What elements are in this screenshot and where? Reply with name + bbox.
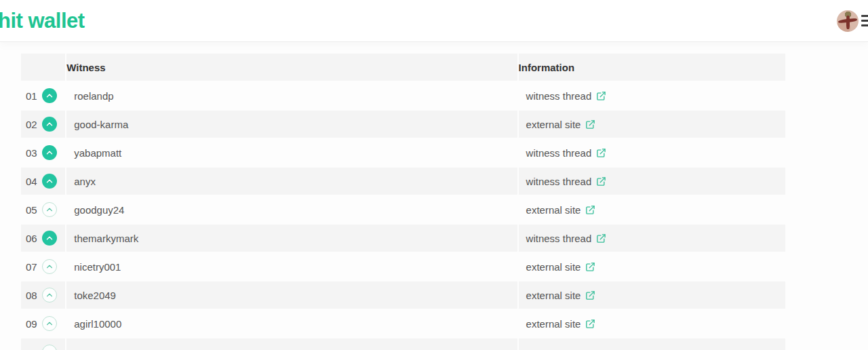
chevron-up-icon <box>45 92 54 100</box>
rank-cell: 06 <box>21 231 65 246</box>
vote-chevron-button[interactable] <box>42 259 57 274</box>
top-nav: hit wallet <box>0 0 868 42</box>
witness-info-link[interactable]: external site <box>526 318 596 330</box>
witness-row <box>21 338 785 350</box>
external-link-icon <box>585 262 595 272</box>
vote-chevron-button[interactable] <box>42 345 57 350</box>
witness-name-link[interactable]: themarkymark <box>74 233 138 244</box>
witness-row: 08 toke2049 external site <box>21 281 785 309</box>
witness-info-link[interactable]: witness thread <box>526 90 607 102</box>
witness-row: 06 themarkymark witness thread <box>21 225 785 252</box>
rank-cell: 08 <box>21 288 65 303</box>
vote-chevron-button[interactable] <box>42 202 57 217</box>
rank-cell: 03 <box>21 145 65 160</box>
witness-row: 02 good-karma external site <box>21 111 785 138</box>
wallet-page: hit wallet Witness Information 01 <box>0 0 868 350</box>
witness-info-link[interactable]: external site <box>526 204 596 216</box>
external-link-icon <box>585 290 595 300</box>
witness-name-link[interactable]: nicetry001 <box>74 261 121 273</box>
vote-chevron-button[interactable] <box>42 316 57 331</box>
rank-cell: 07 <box>21 259 65 274</box>
witness-row: 05 goodguy24 external site <box>21 196 785 223</box>
witness-name-link[interactable]: anyx <box>74 176 96 187</box>
chevron-up-icon <box>45 206 54 214</box>
chevron-up-icon <box>45 149 54 157</box>
row-number: 08 <box>26 290 38 301</box>
chevron-up-icon <box>45 291 54 299</box>
chevron-up-icon <box>45 177 54 185</box>
external-link-icon <box>585 319 595 329</box>
external-link-icon <box>585 205 595 215</box>
rank-cell: 05 <box>21 202 65 217</box>
info-link-label: external site <box>526 204 581 216</box>
vote-chevron-button[interactable] <box>42 288 57 303</box>
info-link-label: witness thread <box>526 147 592 159</box>
vote-chevron-button[interactable] <box>42 174 57 189</box>
row-number: 02 <box>26 119 38 130</box>
witness-info-link[interactable]: witness thread <box>526 233 607 244</box>
vote-chevron-button[interactable] <box>42 88 57 103</box>
external-link-icon <box>596 91 606 101</box>
external-link-icon <box>585 119 595 130</box>
row-number: 03 <box>26 147 38 159</box>
row-number: 09 <box>26 318 38 330</box>
witness-row: 07 nicetry001 external site <box>21 253 785 280</box>
witness-name-link[interactable]: good-karma <box>74 119 128 130</box>
external-link-icon <box>596 233 606 244</box>
chevron-up-icon <box>45 262 54 271</box>
info-link-label: external site <box>526 119 581 130</box>
witness-info-link[interactable]: external site <box>526 119 596 130</box>
witness-column-header: Witness <box>66 54 517 81</box>
vote-chevron-button[interactable] <box>42 117 57 132</box>
rank-cell: 04 <box>21 174 65 189</box>
hamburger-menu-icon[interactable] <box>861 15 868 26</box>
witness-info-link[interactable]: external site <box>526 261 596 273</box>
chevron-up-icon <box>45 120 54 128</box>
table-header-row: Witness Information <box>21 54 785 81</box>
avatar[interactable] <box>837 10 859 32</box>
rank-column-header <box>21 54 65 81</box>
witness-name-link[interactable]: yabapmatt <box>74 147 121 159</box>
witness-name-link[interactable]: agirl10000 <box>74 318 121 330</box>
info-link-label: witness thread <box>526 90 592 102</box>
witness-row: 04 anyx witness thread <box>21 168 785 195</box>
rank-cell: 01 <box>21 88 65 103</box>
row-number: 05 <box>26 204 38 216</box>
witness-info-link[interactable]: external site <box>526 290 596 301</box>
witness-name-link[interactable]: goodguy24 <box>74 204 124 216</box>
info-link-label: external site <box>526 290 581 301</box>
witness-info-link[interactable]: witness thread <box>526 176 607 187</box>
witness-table-body: 01 roelandp witness thread <box>21 82 785 350</box>
rank-cell: 02 <box>21 117 65 132</box>
witness-info-link[interactable]: witness thread <box>526 147 607 159</box>
witness-row: 09 agirl10000 external site <box>21 310 785 337</box>
rank-cell: 09 <box>21 316 65 331</box>
vote-chevron-button[interactable] <box>42 231 57 246</box>
row-number: 06 <box>26 233 38 244</box>
external-link-icon <box>596 176 606 187</box>
witness-row: 01 roelandp witness thread <box>21 82 785 109</box>
row-number: 01 <box>26 90 38 102</box>
witness-name-link[interactable]: roelandp <box>74 90 113 102</box>
witness-vote-content: Witness Information 01 roelandp witness … <box>0 52 868 350</box>
chevron-up-icon <box>45 234 54 242</box>
info-link-label: witness thread <box>526 233 592 244</box>
info-link-label: external site <box>526 261 581 273</box>
info-link-label: witness thread <box>526 176 592 187</box>
information-column-header: Information <box>519 54 785 81</box>
site-logo[interactable]: hit wallet <box>0 0 85 42</box>
witness-table: Witness Information 01 roelandp witness … <box>20 52 787 350</box>
witness-name-link[interactable]: toke2049 <box>74 290 116 301</box>
vote-chevron-button[interactable] <box>42 145 57 160</box>
row-number: 07 <box>26 261 38 273</box>
row-number: 04 <box>26 176 38 187</box>
info-link-label: external site <box>526 318 581 330</box>
rank-cell <box>21 345 65 350</box>
witness-row: 03 yabapmatt witness thread <box>21 139 785 166</box>
chevron-up-icon <box>45 319 54 328</box>
external-link-icon <box>596 148 606 158</box>
